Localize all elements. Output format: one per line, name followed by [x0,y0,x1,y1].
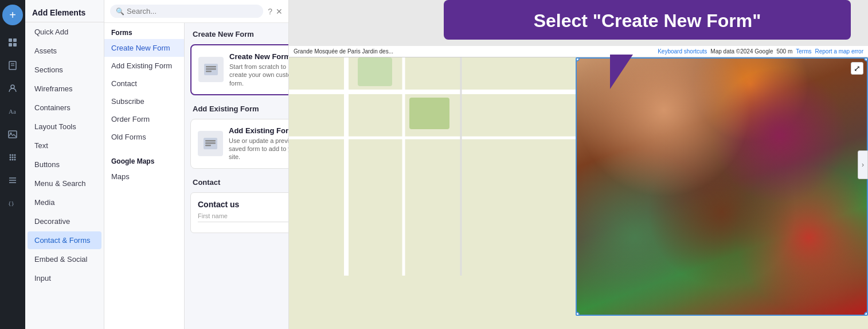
svg-text:Aa: Aa [9,108,16,115]
create-form-card-text: Create New Form Start from scratch to cr… [229,52,288,87]
search-input[interactable] [127,7,257,16]
middle-top-panel: 🔍 ? ✕ Forms Create New Form Add Existing… [104,0,289,329]
sidebar-item-input[interactable]: Input [28,269,101,287]
svg-marker-32 [610,55,633,89]
sidebar-item-layout-tools[interactable]: Layout Tools [28,118,101,136]
nav-item-subscribe[interactable]: Subscribe [104,92,184,110]
svg-point-11 [10,154,11,156]
map-data-text: Map data ©2024 Google [710,48,773,55]
nav-item-old-forms[interactable]: Old Forms [104,128,184,146]
add-existing-form-card-title: Add Existing Form [229,126,288,135]
image-icon-btn[interactable] [2,124,23,145]
search-input-wrap[interactable]: 🔍 [110,5,263,18]
create-form-card-title: Create New Form [229,52,288,61]
svg-rect-0 [9,38,12,42]
create-form-section-title: Create New Form [185,23,288,42]
svg-rect-31 [205,145,211,146]
sidebar-item-text[interactable]: Text [28,137,101,154]
nav-item-maps[interactable]: Maps [104,168,184,185]
svg-point-12 [12,154,14,156]
create-new-form-card[interactable]: Create New Form Start from scratch to cr… [190,44,288,95]
form-icon [198,57,224,82]
forms-nav-panel: Forms Create New Form Add Existing Form … [104,23,185,329]
sidebar-item-sections[interactable]: Sections [28,61,101,79]
type-icon-btn[interactable]: Aa [2,101,23,122]
svg-point-13 [14,154,16,156]
forms-section-header: Forms [104,23,184,39]
flower-image: ⤢ [576,57,868,316]
svg-point-18 [12,159,14,161]
contact-us-card[interactable]: Contact us First name [190,192,288,233]
map-terms[interactable]: Terms [796,48,811,55]
svg-point-17 [10,159,11,161]
sidebar-item-embed-social[interactable]: Embed & Social [28,250,101,268]
nav-item-order-form[interactable]: Order Form [104,110,184,128]
help-icon[interactable]: ? [268,7,272,16]
sidebar-item-decorative[interactable]: Decorative [28,212,101,230]
svg-rect-2 [9,43,12,47]
svg-rect-27 [206,71,212,72]
svg-text:{}: {} [8,201,14,207]
flower-overlay [577,59,867,315]
sidebar-item-contact-forms[interactable]: Contact & Forms [28,231,101,249]
svg-rect-26 [206,68,216,70]
map-report-error[interactable]: Report a map error [815,48,863,55]
contact-first-name-field: First name [198,212,288,222]
main-layout: + Aa [0,0,868,329]
sidebar-item-wireframes[interactable]: Wireframes [28,80,101,98]
handle-tr[interactable] [864,57,868,61]
sidebar-item-media[interactable]: Media [28,193,101,211]
nav-item-create-new-form[interactable]: Create New Form [104,39,184,57]
search-icon: 🔍 [116,7,124,16]
expand-button[interactable]: ⤢ [851,62,863,75]
icon-bar: + Aa [0,0,25,329]
add-existing-form-card[interactable]: Add Existing Form Use or update a previo… [190,119,288,169]
sidebar-item-buttons[interactable]: Buttons [28,156,101,173]
svg-rect-1 [13,38,17,42]
add-elements-title: Add Elements [25,0,104,22]
svg-point-16 [14,157,16,158]
people-icon-btn[interactable] [2,78,23,99]
svg-point-14 [10,157,11,158]
code-icon-btn[interactable]: {} [2,193,23,214]
nav-item-contact[interactable]: Contact [104,75,184,92]
add-existing-section-title: Add Existing Form [185,98,288,117]
handle-br[interactable] [864,312,868,316]
sidebar-item-assets[interactable]: Assets [28,42,101,60]
svg-rect-40 [409,98,449,129]
left-panel: Add Elements Quick Add Assets Sections W… [25,0,104,329]
sidebar-item-menu-search[interactable]: Menu & Search [28,175,101,192]
close-icon[interactable]: ✕ [276,7,283,16]
list-icon-btn[interactable] [2,170,23,191]
nav-item-add-existing-form[interactable]: Add Existing Form [104,57,184,75]
contact-section-title: Contact [185,171,288,190]
map-scale: 500 m [776,48,792,55]
svg-rect-9 [9,131,17,138]
map-keyboard-shortcuts[interactable]: Keyboard shortcuts [658,48,707,55]
svg-rect-29 [205,140,216,142]
svg-point-19 [14,159,16,161]
sidebar-item-quick-add[interactable]: Quick Add [28,23,101,41]
add-existing-form-card-text: Add Existing Form Use or update a previo… [229,126,288,161]
handle-bl[interactable] [576,312,580,316]
apps-icon-btn[interactable] [2,147,23,168]
map-top-bar: Grande Mosquée de Paris Jardin des... Ke… [289,46,868,57]
existing-form-icon [198,131,223,156]
create-form-card-desc: Start from scratch to create your own cu… [229,63,288,87]
svg-rect-3 [13,43,17,47]
grid-icon-btn[interactable] [2,32,23,53]
sidebar-item-containers[interactable]: Containers [28,99,101,117]
contact-us-title: Contact us [198,200,288,209]
add-button[interactable]: + [2,5,23,25]
map-location-text: Grande Mosquée de Paris Jardin des... [294,48,393,55]
svg-point-15 [12,157,14,158]
page-icon-btn[interactable] [2,55,23,76]
annotation-banner: Select "Create New Form" [444,0,851,40]
collapse-panel-button[interactable]: › [858,150,868,179]
svg-rect-30 [205,142,216,144]
content-panel: Create New Form Create New Form Start fr… [185,23,288,329]
svg-rect-39 [358,57,392,86]
search-bar: 🔍 ? ✕ [104,0,288,23]
svg-point-7 [11,85,14,88]
svg-rect-25 [206,66,216,68]
